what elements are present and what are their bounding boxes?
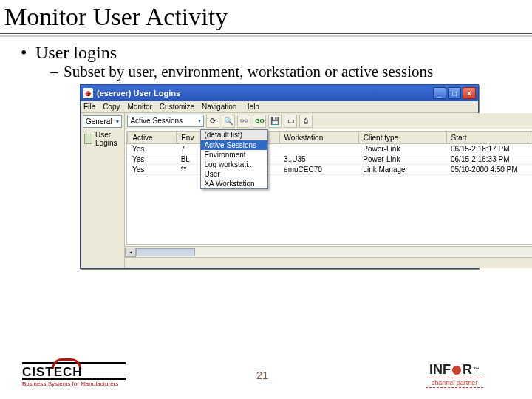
chevron-down-icon: ▾: [116, 118, 119, 125]
cell: 3..U35: [279, 154, 358, 165]
cell: 06/15-2:18:17 PM: [446, 144, 528, 154]
data-grid[interactable]: Active Env Workstation Client type Start…: [126, 131, 532, 245]
col-enc[interactable]: Enc: [528, 132, 532, 144]
cell: Yes: [128, 144, 177, 154]
menu-customize[interactable]: Customize: [160, 103, 194, 111]
infor-text-1: INF: [429, 362, 451, 378]
close-button[interactable]: ×: [463, 87, 476, 99]
minimize-button[interactable]: _: [433, 87, 446, 99]
cell: emuCEC70: [279, 165, 358, 175]
cell: [528, 144, 532, 154]
toolbar-refresh-button[interactable]: ⟳: [206, 115, 219, 128]
cell: Link Manager: [358, 165, 446, 175]
toolbar-glasses-button[interactable]: 👓: [237, 115, 250, 128]
infor-logo: INF R ™ channel partner: [399, 362, 510, 387]
cell: 06/15-2:18:33 PM: [446, 154, 528, 165]
infor-text-2: R: [463, 362, 472, 378]
cell: Yes: [128, 165, 177, 175]
menu-monitor[interactable]: Monitor: [127, 103, 151, 111]
cell: Power-Link: [358, 144, 446, 154]
bullet-marker: •: [21, 43, 35, 63]
sub-bullet-marker: –: [50, 63, 64, 81]
sidebar: General ▾ User Logins: [81, 113, 125, 268]
col-active[interactable]: Active: [128, 132, 177, 144]
filter-dropdown-menu: (default list) Active Sessions Environme…: [200, 129, 268, 189]
dropdown-item-environment[interactable]: Environment: [201, 150, 267, 160]
table-row[interactable]: Yes BL 3..U35 Power-Link 06/15-2:18:33 P…: [128, 154, 532, 165]
sidebar-item-label: User Logins: [95, 131, 120, 147]
view-filter-value: Active Sessions: [130, 117, 183, 125]
channel-partner-label: channel partner: [426, 378, 484, 388]
scroll-thumb[interactable]: [136, 248, 195, 256]
menu-copy[interactable]: Copy: [103, 103, 120, 111]
table-row[interactable]: Yes ** XA Workstation emuCEC70 Link Mana…: [128, 165, 532, 175]
cell: Power-Link: [358, 154, 446, 165]
sidebar-item-user-logins[interactable]: User Logins: [83, 128, 122, 150]
toolbar-cards-button[interactable]: ▭: [284, 115, 297, 128]
bullet-text: User logins: [35, 43, 117, 63]
dropdown-item-user[interactable]: User: [201, 169, 267, 179]
toolbar-find-button[interactable]: 🔍: [222, 115, 235, 128]
col-workstation[interactable]: Workstation: [279, 132, 358, 144]
cistech-logo: CISTECH Business Systems for Manufacture…: [22, 362, 126, 387]
scroll-track[interactable]: [136, 248, 532, 257]
sub-bullet-text: Subset by user, environment, workstation…: [64, 63, 433, 81]
horizontal-scrollbar[interactable]: ◂ ▸: [125, 246, 532, 257]
infor-o-icon: [452, 366, 461, 375]
user-logins-icon: [84, 134, 92, 144]
col-client-type[interactable]: Client type: [358, 132, 446, 144]
cell: 05/10-2000 4:50 PM: [446, 165, 528, 175]
main-pane: Active Sessions ▾ ⟳ 🔍 👓 GO 💾 ▭ ⎙ (defaul…: [125, 113, 532, 268]
maximize-button[interactable]: □: [448, 87, 461, 99]
status-bar: [125, 257, 532, 268]
view-filter-select[interactable]: Active Sessions ▾: [127, 115, 204, 127]
page-number: 21: [126, 369, 399, 381]
toolbar: Active Sessions ▾ ⟳ 🔍 👓 GO 💾 ▭ ⎙: [125, 113, 532, 129]
dropdown-item-log-workstation[interactable]: Log workstati...: [201, 160, 267, 169]
scroll-left-button[interactable]: ◂: [125, 248, 136, 257]
toolbar-print-button[interactable]: ⎙: [299, 115, 313, 128]
window-title: (eserver) User Logins: [97, 89, 432, 98]
sidebar-category-select[interactable]: General ▾: [83, 115, 122, 128]
app-window: ⊕ (eserver) User Logins _ □ × File Copy …: [80, 84, 479, 269]
col-start[interactable]: Start: [446, 132, 528, 144]
dropdown-item-xa-workstation[interactable]: XA Workstation: [201, 179, 267, 188]
menu-navigation[interactable]: Navigation: [202, 103, 236, 111]
dropdown-header[interactable]: (default list): [201, 130, 267, 140]
system-icon: ⊕: [83, 88, 93, 98]
cistech-logo-tagline: Business Systems for Manufacturers: [22, 381, 118, 387]
cell: [528, 154, 532, 165]
menu-help[interactable]: Help: [244, 103, 259, 111]
table-row[interactable]: Yes 7 Power-Link 06/15-2:18:17 PM No: [128, 144, 532, 154]
window-titlebar[interactable]: ⊕ (eserver) User Logins _ □ ×: [81, 85, 478, 101]
toolbar-go-button[interactable]: GO: [253, 115, 266, 128]
cell: Yes: [128, 154, 177, 165]
menu-bar: File Copy Monitor Customize Navigation H…: [81, 101, 478, 113]
cell: [528, 165, 532, 175]
cell: [279, 144, 358, 154]
chevron-down-icon: ▾: [198, 117, 201, 124]
dropdown-item-active-sessions[interactable]: Active Sessions: [201, 140, 267, 150]
slide-title: Monitor User Activity: [0, 0, 532, 34]
grid-header-row: Active Env Workstation Client type Start…: [128, 132, 532, 144]
menu-file[interactable]: File: [83, 103, 95, 111]
toolbar-save-button[interactable]: 💾: [268, 115, 282, 128]
sidebar-category-value: General: [86, 117, 112, 126]
